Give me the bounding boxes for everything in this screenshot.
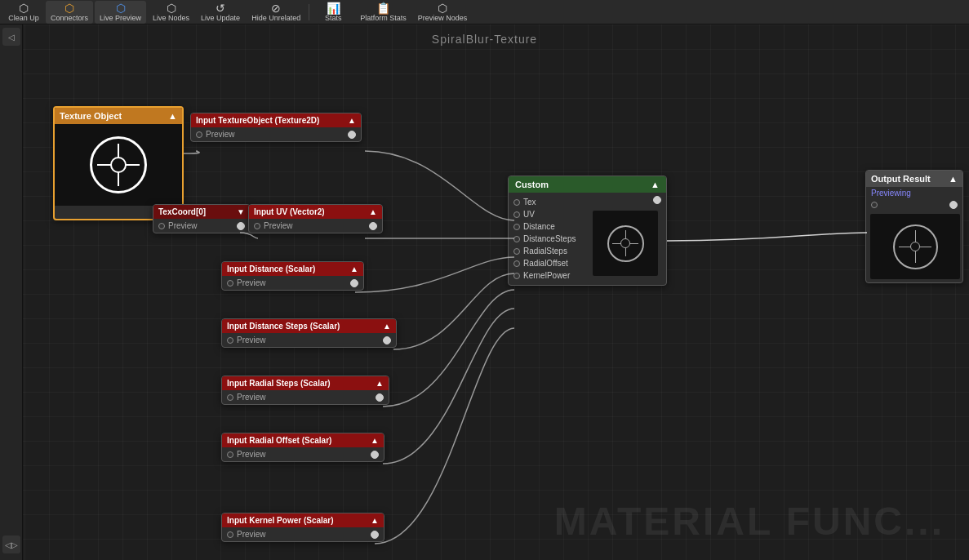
custom-distance-label: Distance [523, 222, 555, 231]
canvas-area[interactable]: ◁ ◁▷ SpiralBlur-Texture Texture Object ▲ [0, 24, 969, 560]
hide-unrelated-button[interactable]: ⊘ Hide Unrelated [247, 1, 305, 24]
input-kernel-power-node[interactable]: Input Kernel Power (Scalar) ▲ Preview [221, 513, 384, 542]
texcoord-header: TexCoord[0] ▼ [153, 205, 250, 219]
input-radial-steps-title: Input Radial Steps (Scalar) [227, 379, 331, 388]
input-distance-steps-node[interactable]: Input Distance Steps (Scalar) ▲ Preview [221, 318, 397, 348]
output-out-pin [949, 201, 958, 209]
custom-pin-tex: Tex [509, 196, 589, 208]
texcoord-in-pin [158, 223, 165, 229]
toolbar-divider [309, 4, 309, 20]
input-texture-expand[interactable]: ▲ [348, 116, 356, 125]
input-distance-node[interactable]: Input Distance (Scalar) ▲ Preview [221, 261, 364, 291]
custom-distance-steps-label: DistanceSteps [523, 234, 576, 243]
input-texture-node[interactable]: Input TextureObject (Texture2D) ▲ Previe… [190, 113, 362, 142]
input-distance-steps-expand[interactable]: ▲ [383, 322, 391, 331]
input-radial-steps-out-pin [376, 393, 384, 402]
input-distance-steps-in-pin [227, 337, 233, 344]
custom-pin-radial-offset: RadialOffset [509, 257, 589, 269]
custom-preview [593, 211, 658, 276]
input-distance-body: Preview [222, 276, 363, 290]
platform-stats-button[interactable]: 📋 Platform Stats [355, 1, 411, 24]
texture-expand-btn[interactable]: ▲ [168, 111, 177, 121]
input-distance-title: Input Distance (Scalar) [227, 264, 315, 273]
live-preview-button[interactable]: ⬡ Live Preview [95, 1, 146, 24]
preview-nodes-icon: ⬡ [438, 2, 447, 14]
input-texture-header: Input TextureObject (Texture2D) ▲ [191, 113, 361, 127]
custom-radial-steps-label: RadialSteps [523, 247, 567, 256]
output-preview-label: Previewing [871, 189, 911, 198]
texture-object-node[interactable]: Texture Object ▲ [53, 106, 184, 220]
input-kernel-power-header: Input Kernel Power (Scalar) ▲ [222, 513, 384, 527]
input-distance-out-pin [350, 279, 358, 287]
input-texture-in-pin [196, 131, 202, 138]
input-distance-steps-preview-label: Preview [237, 336, 383, 344]
live-nodes-label: Live Nodes [153, 15, 189, 22]
connectors-icon: ⬡ [64, 2, 74, 14]
input-uv-node[interactable]: Input UV (Vector2) ▲ Preview [248, 204, 383, 233]
clean-up-button[interactable]: ⬡ Clean Up [3, 1, 44, 24]
output-preview-inner [910, 242, 920, 251]
live-preview-label: Live Preview [100, 15, 141, 22]
live-nodes-button[interactable]: ⬡ Live Nodes [148, 1, 194, 24]
texture-crosshair [90, 136, 147, 193]
output-node-header: Output Result ▲ [866, 171, 962, 187]
input-texture-preview-label: Preview [206, 130, 348, 139]
preview-nodes-button[interactable]: ⬡ Preview Nodes [413, 1, 473, 24]
texcoord-body: Preview [153, 219, 250, 233]
texture-node-header: Texture Object ▲ [55, 108, 182, 124]
custom-uv-in-pin [513, 211, 520, 218]
live-preview-icon: ⬡ [116, 2, 126, 14]
custom-expand[interactable]: ▲ [651, 180, 660, 189]
left-panel-btn-1[interactable]: ◁ [2, 28, 20, 46]
input-radial-offset-in-pin [227, 451, 233, 458]
input-texture-title: Input TextureObject (Texture2D) [196, 116, 319, 125]
output-expand[interactable]: ▲ [949, 174, 958, 184]
input-radial-steps-header: Input Radial Steps (Scalar) ▲ [222, 376, 389, 390]
input-kernel-power-preview-label: Preview [237, 530, 371, 539]
input-kernel-power-expand[interactable]: ▲ [371, 516, 379, 525]
output-result-node[interactable]: Output Result ▲ Previewing [865, 170, 963, 283]
connectors-button[interactable]: ⬡ Connectors [46, 1, 93, 24]
input-radial-offset-body: Preview [222, 447, 384, 461]
hide-unrelated-icon: ⊘ [271, 2, 281, 14]
output-node-body: Previewing [866, 187, 962, 199]
output-node-title: Output Result [871, 174, 931, 184]
crosshair-inner [110, 157, 127, 173]
input-radial-offset-node[interactable]: Input Radial Offset (Scalar) ▲ Preview [221, 433, 384, 462]
output-preview-image [870, 214, 960, 279]
custom-pin-distance-steps: DistanceSteps [509, 233, 589, 245]
input-kernel-power-title: Input Kernel Power (Scalar) [227, 516, 334, 525]
input-kernel-power-body: Preview [222, 527, 384, 541]
input-kernel-power-in-pin [227, 531, 233, 538]
left-panel-btn-2[interactable]: ◁▷ [2, 536, 20, 553]
output-in-pin [871, 202, 878, 208]
input-radial-offset-expand[interactable]: ▲ [371, 436, 379, 445]
custom-preview-inner [620, 238, 630, 248]
stats-button[interactable]: 📊 Stats [313, 1, 353, 24]
input-radial-steps-preview-label: Preview [237, 393, 376, 402]
input-texture-out-pin [348, 131, 356, 139]
custom-node[interactable]: Custom ▲ Tex UV Distance Dista [508, 176, 667, 286]
input-distance-preview-label: Preview [237, 278, 350, 287]
input-uv-body: Preview [249, 219, 382, 233]
custom-pin-distance: Distance [509, 220, 589, 233]
custom-node-title: Custom [515, 180, 549, 189]
texcoord-preview-label: Preview [168, 221, 237, 230]
live-update-button[interactable]: ↺ Live Update [196, 1, 245, 24]
clean-up-icon: ⬡ [19, 2, 29, 14]
input-uv-in-pin [254, 223, 260, 229]
texcoord-node[interactable]: TexCoord[0] ▼ Preview [153, 204, 251, 233]
input-radial-steps-expand[interactable]: ▲ [376, 379, 384, 388]
input-uv-expand[interactable]: ▲ [369, 207, 377, 216]
input-radial-steps-node[interactable]: Input Radial Steps (Scalar) ▲ Preview [221, 376, 389, 405]
preview-nodes-label: Preview Nodes [418, 15, 468, 22]
input-distance-steps-body: Preview [222, 333, 396, 347]
texcoord-expand[interactable]: ▼ [237, 207, 245, 216]
input-radial-offset-preview-label: Preview [237, 450, 371, 459]
output-pin-row [866, 199, 962, 211]
platform-stats-label: Platform Stats [360, 15, 407, 22]
custom-radial-offset-label: RadialOffset [523, 259, 568, 268]
input-distance-expand[interactable]: ▲ [350, 264, 358, 273]
stats-icon: 📊 [327, 2, 340, 14]
clean-up-label: Clean Up [8, 15, 39, 22]
